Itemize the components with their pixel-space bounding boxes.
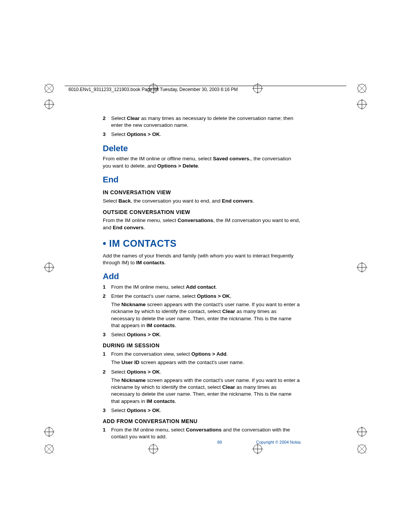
crop-marks-bottom bbox=[0, 444, 411, 456]
crop-marks-top bbox=[0, 83, 411, 95]
body-content: 2 Select Clear as many times as necessar… bbox=[103, 114, 301, 443]
in-conv-paragraph: Select Back, the conversation you want t… bbox=[103, 198, 301, 204]
crop-marks-side bbox=[44, 99, 54, 111]
heading-im-contacts: • IM CONTACTS bbox=[103, 237, 301, 250]
crop-mark-icon bbox=[252, 83, 263, 95]
step-note: The User ID screen appears with the cont… bbox=[111, 359, 301, 366]
list-item: 3 Select Options > OK. bbox=[103, 331, 301, 338]
copyright-text: Copyright © 2004 Nokia bbox=[256, 440, 301, 444]
subhead-in-conversation: IN CONVERSATION VIEW bbox=[103, 189, 301, 196]
step-text: Select Options > OK. bbox=[111, 131, 301, 138]
subhead-outside-conversation: OUTSIDE CONVERSATION VIEW bbox=[103, 209, 301, 216]
crop-marks-side bbox=[357, 427, 367, 439]
step-number: 3 bbox=[103, 131, 111, 138]
page-number: 88 bbox=[217, 440, 222, 444]
crop-marks-side bbox=[44, 427, 54, 439]
step-text: Enter the contact's user name, select Op… bbox=[111, 293, 301, 329]
step-number: 1 bbox=[103, 427, 111, 440]
crop-mark-icon bbox=[44, 83, 54, 95]
step-number: 2 bbox=[103, 369, 111, 405]
crop-marks-side bbox=[357, 99, 367, 111]
crop-mark-icon bbox=[44, 444, 54, 456]
crop-mark-icon bbox=[357, 262, 367, 274]
addfrom-steps: 1 From the IM online menu, select Conver… bbox=[103, 427, 301, 440]
during-steps: 1 From the conversation view, select Opt… bbox=[103, 351, 301, 414]
step-number: 2 bbox=[103, 293, 111, 329]
list-item: 2 Select Clear as many times as necessar… bbox=[103, 115, 301, 129]
step-number: 3 bbox=[103, 407, 111, 414]
crop-mark-icon bbox=[357, 444, 367, 456]
heading-add: Add bbox=[103, 271, 301, 282]
crop-mark-icon bbox=[44, 99, 54, 111]
list-item: 2 Select Options > OK. The Nickname scre… bbox=[103, 369, 301, 405]
step-text: From the IM online menu, select Add cont… bbox=[111, 284, 301, 291]
list-item: 2 Enter the contact's user name, select … bbox=[103, 293, 301, 329]
step-number: 1 bbox=[103, 284, 111, 291]
manual-page: 6010.ENv1_9311233_121903.book Page 88 Tu… bbox=[0, 0, 411, 532]
subhead-during-im: DURING IM SESSION bbox=[103, 342, 301, 349]
continued-steps: 2 Select Clear as many times as necessar… bbox=[103, 115, 301, 138]
step-text: Select Options > OK. bbox=[111, 407, 301, 414]
list-item: 3 Select Options > OK. bbox=[103, 407, 301, 414]
crop-marks-side bbox=[357, 262, 367, 274]
crop-marks-side bbox=[44, 262, 54, 274]
step-text: Select Options > OK. bbox=[111, 331, 301, 338]
heading-end: End bbox=[103, 174, 301, 185]
crop-mark-icon bbox=[44, 427, 54, 439]
step-note: The Nickname screen appears with the con… bbox=[111, 301, 301, 329]
step-note: The Nickname screen appears with the con… bbox=[111, 377, 301, 405]
heading-delete: Delete bbox=[103, 143, 301, 154]
crop-mark-icon bbox=[357, 427, 367, 439]
crop-mark-icon bbox=[252, 444, 263, 456]
list-item: 1 From the IM online menu, select Conver… bbox=[103, 427, 301, 440]
list-item: 1 From the conversation view, select Opt… bbox=[103, 351, 301, 366]
im-contacts-intro: Add the names of your friends and family… bbox=[103, 252, 301, 266]
step-number: 2 bbox=[103, 115, 111, 129]
page-footer: 88 Copyright © 2004 Nokia bbox=[103, 440, 301, 444]
crop-mark-icon bbox=[44, 262, 54, 274]
step-text: From the IM online menu, select Conversa… bbox=[111, 427, 301, 440]
step-number: 3 bbox=[103, 331, 111, 338]
step-text: From the conversation view, select Optio… bbox=[111, 351, 301, 366]
delete-paragraph: From either the IM online or offline men… bbox=[103, 155, 301, 169]
crop-mark-icon bbox=[357, 83, 367, 95]
step-text: Select Clear as many times as necessary … bbox=[111, 115, 301, 129]
crop-mark-icon bbox=[148, 83, 159, 95]
step-number: 1 bbox=[103, 351, 111, 366]
add-steps: 1 From the IM online menu, select Add co… bbox=[103, 284, 301, 339]
crop-mark-icon bbox=[357, 99, 367, 111]
outside-conv-paragraph: From the IM online menu, select Conversa… bbox=[103, 217, 301, 231]
list-item: 3 Select Options > OK. bbox=[103, 131, 301, 138]
crop-mark-icon bbox=[148, 444, 159, 456]
step-text: Select Options > OK. The Nickname screen… bbox=[111, 369, 301, 405]
subhead-add-from-conversation: ADD FROM CONVERSATION MENU bbox=[103, 418, 301, 425]
list-item: 1 From the IM online menu, select Add co… bbox=[103, 284, 301, 291]
